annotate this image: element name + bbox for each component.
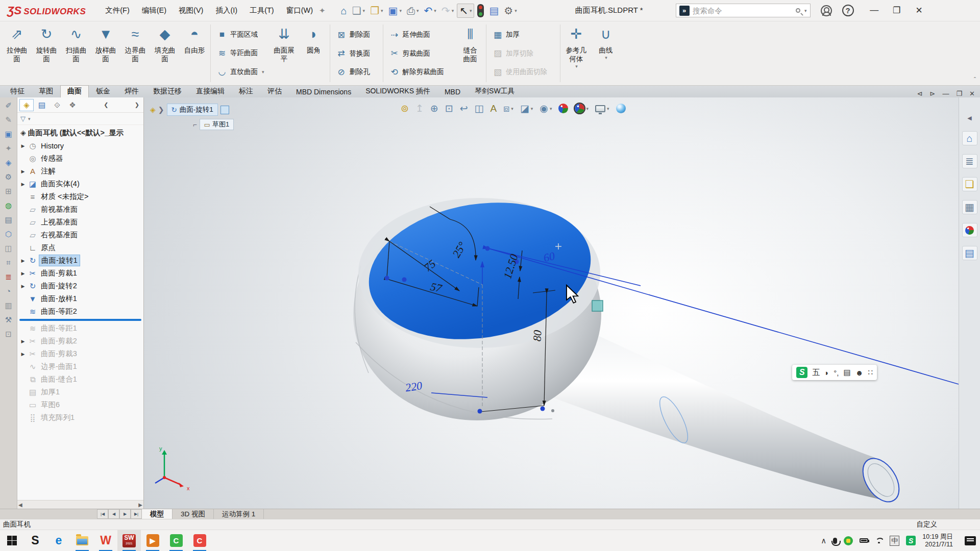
expand-arrow-icon[interactable]: ▶ [19, 143, 27, 148]
ime-tool-icon[interactable]: ☻ [855, 368, 864, 377]
plugin-icon[interactable]: ⬡ [3, 229, 14, 239]
custom-properties-icon[interactable]: ▤ [962, 246, 977, 260]
tree-item[interactable]: ▶ ≋ 曲面-等距1 [17, 322, 143, 335]
menu-item[interactable]: 窗口(W) [281, 3, 318, 18]
dimxpert-tab[interactable]: ❖ [65, 99, 80, 111]
expand-arrow-icon[interactable]: ▶ [19, 169, 27, 174]
home-button[interactable]: ⌂ [339, 4, 349, 17]
taskbar-clock[interactable]: 10:19 周日 2021/7/11 [922, 533, 953, 548]
dropdown-arrow[interactable]: ▾ [586, 106, 589, 111]
microphone-icon[interactable] [833, 538, 837, 544]
tree-root-item[interactable]: ◈ 曲面耳机 (默认<<默认>_显示 [17, 126, 143, 139]
expand-arrow-icon[interactable]: ▶ [19, 258, 27, 263]
open-button[interactable]: ❐▾ [368, 4, 385, 17]
appearances-icon[interactable] [962, 223, 977, 237]
tree-item[interactable]: ▶ ▼ 曲面-放样1 [17, 292, 143, 305]
command-tab[interactable]: 标注 [232, 85, 260, 97]
plugin-icon[interactable]: ⚒ [3, 315, 14, 324]
breadcrumb-sketch-item[interactable]: ▭ 草图1 [200, 119, 234, 130]
bottom-tab[interactable]: 运动算例 1 [214, 509, 264, 519]
dropdown-arrow[interactable]: ▾ [452, 8, 454, 13]
status-custom-label[interactable]: 自定义 [917, 520, 938, 529]
taskbar-app-button[interactable]: ▶ [141, 530, 164, 551]
plugin-icon[interactable]: ⌗ [3, 258, 14, 267]
dropdown-arrow[interactable]: ▾ [363, 8, 365, 13]
panel-drag-dots[interactable]: ● ● [75, 90, 81, 95]
dropdown-arrow[interactable]: ▾ [607, 106, 609, 111]
plugin-icon[interactable]: ✎ [3, 115, 14, 124]
menu-item[interactable]: 编辑(E) [137, 3, 172, 18]
tree-item[interactable]: ▶ ≋ 曲面-等距2 [17, 305, 143, 318]
ribbon-small-button[interactable]: ▨ 加厚切除 ▾ [487, 47, 559, 60]
ribbon-small-button[interactable]: ▦ 加厚 ▾ [487, 29, 559, 41]
taskbar-app-button[interactable] [70, 530, 94, 551]
command-tab[interactable]: 草图 [32, 85, 60, 97]
dropdown-arrow[interactable]: ▾ [511, 106, 513, 111]
bottom-tab[interactable]: 模型 [142, 509, 173, 519]
tree-item[interactable]: ▶ ⧉ 曲面-缝合1 [17, 373, 143, 386]
ribbon-small-button[interactable]: ▧ 使用曲面切除 ▾ [487, 66, 559, 79]
view-palette-icon[interactable]: ▦ [962, 200, 977, 214]
tree-item[interactable]: ▶ ▤ 加厚1 [17, 386, 143, 398]
expand-arrow-icon[interactable]: ▶ [19, 182, 27, 187]
taskbar-app-button[interactable]: C [188, 530, 211, 551]
expand-arrow-icon[interactable]: ▶ [19, 339, 27, 344]
view-tool-button[interactable]: ⊕ ▾ [429, 102, 440, 115]
menu-item[interactable]: 插入(I) [210, 3, 242, 18]
doc-restore-button[interactable]: ❐ [956, 90, 962, 97]
ribbon-small-button[interactable]: ⇢ 延伸曲面 ▾ [384, 29, 456, 41]
plugin-icon[interactable]: ◔ [3, 286, 14, 296]
ribbon-small-button[interactable]: ■ 平面区域 ▾ [212, 29, 270, 41]
tab-scroll-button[interactable]: ▶| [131, 509, 142, 519]
plugin-icon[interactable]: ⚙ [3, 172, 14, 182]
expand-arrow-icon[interactable]: ▶ [19, 352, 27, 357]
view-tool-button[interactable]: ◫ ▾ [473, 102, 485, 115]
scroll-left-icon[interactable]: ◀ [18, 502, 22, 508]
panel-tab-overflow-right-icon[interactable]: ❯ [133, 102, 141, 108]
help-icon[interactable]: ? [842, 5, 854, 16]
ribbon-large-button[interactable]: ∪ 曲线 ▾ [591, 21, 621, 85]
redo-button[interactable]: ↷▾ [439, 4, 456, 17]
menu-item[interactable]: 工具(T) [244, 3, 279, 18]
command-tab[interactable]: 琴剑SW工具 [468, 85, 522, 97]
ime-tool-icon[interactable]: 五 [812, 368, 820, 378]
panel-horizontal-scrollbar[interactable]: ◀ ▶ [17, 500, 143, 509]
sogou-tray-icon[interactable]: S [906, 536, 916, 545]
ime-language-icon[interactable]: 中 [890, 536, 899, 546]
view-tool-button[interactable]: ▾ [594, 104, 611, 113]
taskbar-app-button[interactable]: e [47, 530, 70, 551]
minimize-button[interactable]: — [863, 5, 886, 16]
ime-tool-icon[interactable]: ∷ [868, 368, 873, 377]
panel-tab-overflow-left-icon[interactable]: ❮ [102, 102, 110, 108]
doc-minimize-button[interactable]: — [942, 90, 949, 97]
view-tool-button[interactable]: ⊚ ▾ [399, 102, 410, 115]
tree-item[interactable]: ▶ ✂ 曲面-剪裁2 [17, 335, 143, 347]
view-tool-button[interactable]: ▾ [557, 103, 570, 114]
command-tab[interactable]: 数据迁移 [146, 85, 189, 97]
tab-scroll-button[interactable]: ▶ [119, 509, 131, 519]
options-list-icon[interactable]: ▤ [487, 4, 501, 17]
command-tab[interactable]: MBD [437, 86, 468, 97]
doc-close-button[interactable]: ✕ [969, 90, 975, 97]
view-tool-button[interactable]: A ▾ [489, 102, 499, 115]
account-icon[interactable] [821, 5, 832, 16]
menu-item[interactable]: 视图(V) [174, 3, 208, 18]
taskbar-app-button[interactable]: SW2021 [117, 530, 141, 551]
command-tab[interactable]: 钣金 [89, 85, 117, 97]
plugin-icon[interactable]: ▤ [3, 215, 14, 224]
plugin-icon[interactable]: ◫ [3, 243, 14, 253]
command-tab[interactable]: 直接编辑 [189, 85, 232, 97]
tree-item[interactable]: ▶ ↻ 曲面-旋转2 [17, 280, 143, 292]
feature-tree-tab[interactable]: ◈ [19, 99, 34, 111]
tree-item[interactable]: ▶ ▱ 右视基准面 [17, 229, 143, 241]
view-tool-button[interactable]: ▾ [573, 103, 590, 114]
restore-button[interactable]: ❐ [886, 5, 908, 16]
search-input[interactable] [693, 7, 793, 15]
plugin-icon[interactable]: ⊞ [3, 186, 14, 196]
tree-item[interactable]: ▶ ↻ 曲面-旋转1 [17, 254, 143, 267]
menu-item[interactable]: 文件(F) [100, 3, 135, 18]
breadcrumb-feature-tab[interactable]: ↻ 曲面-旋转1 [167, 104, 218, 116]
new-document-button[interactable]: ❏▾ [350, 4, 367, 17]
dropdown-arrow[interactable]: ▾ [416, 8, 419, 13]
ime-tool-icon[interactable]: ▤ [843, 368, 850, 377]
